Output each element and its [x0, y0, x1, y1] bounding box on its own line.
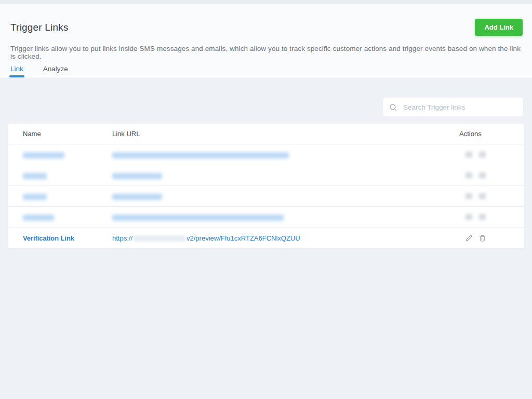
tab-bar: Link Analyze: [10, 65, 68, 78]
redacted-url: [112, 152, 289, 158]
column-header-actions: Actions: [447, 130, 509, 138]
redacted-url: [112, 194, 162, 200]
trash-icon[interactable]: [479, 152, 486, 157]
page-title: Trigger Links: [10, 22, 69, 33]
table-row-redacted: [8, 186, 524, 207]
trigger-links-table: Name Link URL Actions: [8, 124, 524, 248]
edit-button[interactable]: [466, 235, 472, 242]
redacted-name: [23, 173, 47, 179]
edit-icon[interactable]: [466, 172, 472, 178]
tab-link-label: Link: [10, 65, 23, 73]
edit-icon[interactable]: [466, 152, 472, 157]
redacted-url: [112, 173, 162, 179]
link-url-suffix: v2/preview/Ffu1cxRTZA6FCNlxQZUU: [187, 234, 300, 242]
tab-analyze-label: Analyze: [43, 65, 68, 73]
link-url[interactable]: https://v2/preview/Ffu1cxRTZA6FCNlxQZUU: [112, 234, 447, 242]
link-name: Verification Link: [23, 234, 112, 242]
redacted-url: [112, 215, 284, 221]
trash-icon[interactable]: [479, 193, 486, 199]
edit-icon[interactable]: [466, 193, 472, 199]
search-row: [0, 79, 532, 116]
page-description: Trigger links allow you to put links ins…: [10, 45, 522, 60]
table-row-redacted: [8, 144, 524, 165]
column-header-name: Name: [23, 130, 112, 138]
table-row-redacted: [8, 165, 524, 186]
redacted-domain: [134, 235, 185, 242]
redacted-name: [23, 215, 54, 221]
table-row-redacted: [8, 207, 524, 228]
search-box[interactable]: [383, 98, 523, 116]
page-header: Trigger Links Add Link Trigger links all…: [0, 4, 532, 79]
link-url-prefix: https://: [112, 234, 132, 242]
search-icon: [389, 103, 397, 111]
trash-icon[interactable]: [479, 214, 486, 220]
active-tab-underline: [9, 75, 24, 77]
pencil-icon: [466, 235, 472, 242]
table-row-verification-link: Verification Link https://v2/preview/Ffu…: [8, 228, 524, 248]
edit-icon[interactable]: [466, 214, 472, 220]
search-input[interactable]: [402, 103, 517, 112]
column-header-link-url: Link URL: [112, 130, 447, 138]
table-header-row: Name Link URL Actions: [8, 124, 524, 144]
trash-icon: [479, 235, 486, 242]
redacted-name: [23, 194, 47, 200]
delete-button[interactable]: [479, 235, 486, 242]
window-top-strip: [0, 0, 532, 4]
redacted-name: [23, 152, 64, 158]
tab-link[interactable]: Link: [10, 65, 23, 78]
trash-icon[interactable]: [479, 172, 486, 178]
add-link-button[interactable]: Add Link: [475, 19, 523, 36]
tab-analyze[interactable]: Analyze: [43, 65, 68, 78]
